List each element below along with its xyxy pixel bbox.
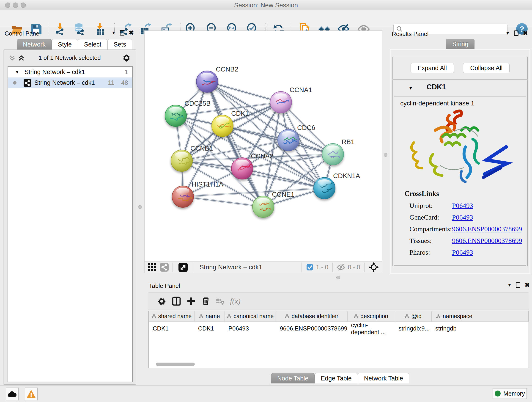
cell-shared-name[interactable]: CDK1	[149, 321, 195, 336]
network-options-gear-icon[interactable]	[122, 53, 131, 62]
crosslink-label: Compartments:	[409, 225, 452, 233]
main-toolbar: ?	[0, 10, 532, 27]
hidden-node-edge-counts: 0 - 0	[348, 264, 360, 271]
selected-items-checkbox-icon[interactable]	[306, 264, 313, 271]
close-panel-icon[interactable]: ✖	[128, 30, 134, 36]
node-label: CDKN1A	[333, 172, 360, 179]
birds-eye-view-icon[interactable]	[148, 263, 157, 272]
column-header[interactable]: @id	[395, 311, 432, 321]
network-node-CDKN1A[interactable]: CDKN1A	[314, 172, 360, 199]
network-node-RB1[interactable]: RB1	[322, 138, 355, 165]
cell-description[interactable]: cyclin-dependent ...	[347, 321, 395, 336]
tab-edge-table[interactable]: Edge Table	[315, 373, 358, 383]
column-type-icon	[152, 314, 156, 318]
tab-node-table[interactable]: Node Table	[271, 373, 315, 383]
network-canvas[interactable]: CCNB2CCNA1CDC25BCDK1CDC6RB1CCNB1CCNA2CDK…	[144, 31, 382, 261]
node-label: CCNA2	[251, 153, 273, 160]
column-header[interactable]: database identifier	[276, 311, 347, 321]
column-type-icon	[227, 314, 231, 318]
protein-collapse-icon[interactable]: ▼	[408, 85, 413, 91]
tab-style[interactable]: Style	[52, 39, 78, 50]
network-row-label: String Network – cdk1	[34, 79, 95, 86]
cell-id[interactable]: stringdb:9...	[395, 321, 432, 336]
warnings-button[interactable]	[25, 388, 38, 400]
protein-name: CDK1	[427, 83, 446, 91]
crosslink-label: Pharos:	[409, 249, 452, 256]
network-view-footer: String Network – cdk1 1 - 0 0 - 0	[144, 261, 382, 273]
show-columns-icon[interactable]	[172, 297, 181, 306]
panel-menu-icon[interactable]: ▼	[112, 30, 116, 35]
float-panel-icon[interactable]	[120, 30, 124, 36]
protein-structure-image	[400, 108, 520, 188]
selected-node-edge-counts: 1 - 0	[316, 264, 328, 271]
crosslink-link[interactable]: P06493	[452, 249, 473, 256]
table-options-gear-icon[interactable]	[157, 297, 166, 306]
status-bar: Memory	[0, 385, 532, 402]
network-graph[interactable]: CCNB2CCNA1CDC25BCDK1CDC6RB1CCNB1CCNA2CDK…	[145, 31, 382, 261]
node-label: CCNA1	[290, 86, 312, 94]
float-panel-icon[interactable]	[514, 31, 519, 36]
column-header[interactable]: description	[347, 311, 395, 321]
right-splitter-handle[interactable]	[384, 153, 387, 157]
pan-crosshair-icon[interactable]	[369, 262, 379, 272]
cell-name[interactable]: CDK1	[194, 321, 225, 336]
column-header[interactable]: shared name	[149, 311, 195, 321]
expand-all-button[interactable]: Expand All	[411, 63, 454, 73]
network-node-CCNA1[interactable]: CCNA1	[270, 86, 312, 113]
delete-column-icon[interactable]	[201, 297, 210, 306]
window-title: Session: New Session	[0, 2, 532, 9]
add-column-icon[interactable]	[186, 297, 196, 306]
detach-view-icon[interactable]	[178, 262, 188, 272]
tab-string[interactable]: String	[446, 39, 475, 49]
column-header[interactable]: namespace	[432, 311, 529, 321]
column-type-icon	[199, 314, 203, 318]
tab-select[interactable]: Select	[78, 39, 108, 50]
network-view-title: String Network – cdk1	[200, 264, 262, 271]
network-view-mode-icon[interactable]	[160, 263, 169, 272]
tab-sets[interactable]: Sets	[108, 39, 132, 50]
crosslink-label: GeneCard:	[409, 213, 452, 221]
network-current-dot-icon	[13, 81, 17, 85]
crosslink-link[interactable]: P06493	[452, 202, 473, 210]
cell-canonical-name[interactable]: P06493	[225, 321, 276, 336]
tab-network-table[interactable]: Network Table	[358, 373, 409, 383]
crosslink-link[interactable]: 9606.ENSP00000378699	[452, 237, 522, 245]
cloud-status-button[interactable]	[6, 388, 19, 400]
node-label: RB1	[342, 138, 355, 146]
protein-card: ▼ CDK1 cyclin-dependent kinase 1	[393, 80, 528, 266]
table-row[interactable]: CDK1 CDK1 P06493 9606.ENSP00000378699 cy…	[149, 321, 529, 336]
panel-menu-icon[interactable]: ▼	[506, 31, 510, 36]
crosslink-link[interactable]: P06493	[452, 213, 473, 221]
delete-table-icon	[216, 297, 225, 306]
control-panel-title: Control Panel	[5, 30, 41, 37]
memory-button[interactable]: Memory	[493, 388, 527, 399]
cell-database-identifier[interactable]: 9606.ENSP00000378699	[276, 321, 347, 336]
collapse-all-button[interactable]: Collapse All	[463, 63, 510, 73]
node-label: CCNB2	[216, 65, 238, 73]
cell-namespace[interactable]: stringdb	[432, 321, 529, 336]
network-type-icon	[23, 79, 32, 87]
network-collection-row[interactable]: ▼ String Network – cdk1 1	[8, 67, 132, 77]
horizontal-scrollbar[interactable]	[156, 363, 195, 366]
tab-network[interactable]: Network	[17, 39, 52, 50]
crosslink-link[interactable]: 9606.ENSP00000378699	[452, 225, 522, 233]
float-panel-icon[interactable]	[516, 282, 520, 288]
crosslinks-title: CrossLinks	[404, 190, 526, 198]
bottom-splitter-handle[interactable]	[336, 276, 340, 279]
node-label: HIST1H1A	[191, 181, 223, 188]
column-header[interactable]: canonical name	[225, 311, 276, 321]
protein-details: cyclin-dependent kinase 1	[394, 96, 526, 266]
node-label: CCNE1	[272, 191, 294, 198]
results-panel-title: Results Panel	[392, 31, 428, 38]
panel-menu-icon[interactable]: ▼	[507, 283, 512, 288]
network-selection-status: 1 of 1 Network selected	[3, 54, 136, 61]
left-splitter-handle[interactable]	[138, 205, 142, 209]
results-panel: Results Panel ▼ ✖ String Expand All Coll…	[389, 29, 531, 274]
column-type-icon	[354, 314, 358, 318]
close-panel-icon[interactable]: ✖	[523, 31, 528, 36]
collection-expand-icon[interactable]: ▼	[15, 70, 19, 75]
memory-status-icon	[495, 390, 500, 396]
close-panel-icon[interactable]: ✖	[525, 282, 530, 288]
column-header[interactable]: name	[194, 311, 225, 321]
network-row-selected[interactable]: String Network – cdk1 11 48	[8, 77, 132, 88]
